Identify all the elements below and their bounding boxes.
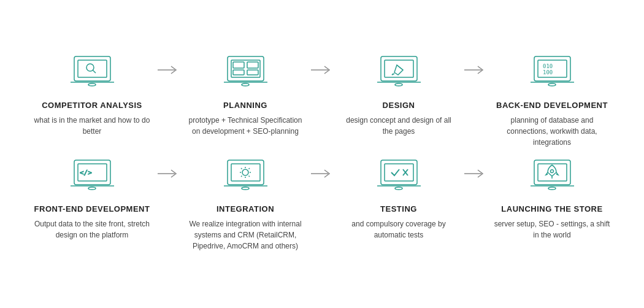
step-design: DESIGN design concept and design of all … <box>340 50 457 137</box>
svg-rect-41 <box>385 164 413 181</box>
svg-rect-12 <box>247 62 258 68</box>
svg-point-25 <box>548 83 556 86</box>
svg-point-10 <box>242 83 249 86</box>
svg-rect-13 <box>233 70 244 75</box>
arrow-3-4 <box>457 50 494 76</box>
step-backend: 010 100 BACK-END DEVELOPMENT planning of… <box>494 50 610 148</box>
icon-design-laptop <box>374 50 423 93</box>
step-integration-desc: We realize integration with internal sys… <box>187 218 304 252</box>
step-frontend-title: FRONT-END DEVELOPMENT <box>34 204 150 214</box>
svg-point-31 <box>88 187 96 190</box>
svg-point-43 <box>395 187 402 190</box>
icon-tags-laptop: </> <box>67 154 117 197</box>
process-row-2: </> FRONT-END DEVELOPMENT Output data to… <box>28 154 616 252</box>
icon-rocket-laptop <box>527 154 577 197</box>
icon-code-laptop: 010 100 <box>527 50 577 93</box>
step-launching-desc: server setup, SEO - settings, a shift in… <box>494 218 610 241</box>
step-planning: PLANNING prototype + Technical Specifica… <box>187 50 304 137</box>
arrow-5-6 <box>150 154 187 180</box>
step-planning-desc: prototype + Technical Specification on d… <box>187 115 304 137</box>
svg-point-51 <box>550 170 553 173</box>
svg-text:010: 010 <box>543 63 553 69</box>
svg-text:100: 100 <box>543 69 553 75</box>
svg-rect-17 <box>385 60 413 77</box>
step-integration: INTEGRATION We realize integration with … <box>187 154 304 252</box>
process-row-1: COMPETITOR ANALYSIS what is in the marke… <box>28 50 616 148</box>
svg-line-5 <box>93 70 96 73</box>
step-launching-title: LAUNCHING THE STORE <box>501 204 602 214</box>
step-launching: LAUNCHING THE STORE server setup, SEO - … <box>494 154 610 241</box>
svg-point-19 <box>395 83 402 86</box>
step-testing-title: TESTING <box>380 204 417 214</box>
step-backend-title: BACK-END DEVELOPMENT <box>496 101 608 110</box>
main-container: COMPETITOR ANALYSIS what is in the marke… <box>15 44 629 264</box>
svg-point-3 <box>88 83 96 86</box>
svg-point-37 <box>242 187 249 190</box>
svg-rect-35 <box>231 164 260 181</box>
svg-point-4 <box>86 64 94 71</box>
icon-gear-laptop <box>221 154 270 197</box>
svg-line-20 <box>397 65 403 70</box>
step-competitor-analysis: COMPETITOR ANALYSIS what is in the marke… <box>34 50 150 137</box>
step-integration-title: INTEGRATION <box>217 204 274 214</box>
step-frontend-desc: Output data to the site front, stretch d… <box>34 218 150 241</box>
step-design-title: DESIGN <box>383 101 415 110</box>
step-competitor-analysis-title: COMPETITOR ANALYSIS <box>42 101 142 110</box>
step-backend-desc: planning of database and connections, wo… <box>494 115 610 148</box>
arrow-1-2 <box>150 50 187 76</box>
arrow-7-8 <box>457 154 494 180</box>
svg-point-50 <box>548 187 556 190</box>
icon-search-laptop <box>67 50 117 93</box>
step-competitor-analysis-desc: what is in the market and how to do bett… <box>34 115 150 137</box>
svg-point-38 <box>242 169 248 175</box>
arrow-2-3 <box>304 50 340 76</box>
arrow-6-7 <box>304 154 340 180</box>
svg-rect-11 <box>233 62 244 68</box>
svg-rect-14 <box>247 70 258 75</box>
step-testing: TESTING and compulsory coverage by autom… <box>340 154 457 241</box>
icon-layout-laptop <box>221 50 270 93</box>
step-frontend: </> FRONT-END DEVELOPMENT Output data to… <box>34 154 150 241</box>
svg-text:</>: </> <box>80 169 92 177</box>
icon-check-laptop <box>374 154 423 197</box>
svg-rect-1 <box>78 60 107 77</box>
step-testing-desc: and compulsory coverage by automatic tes… <box>340 218 457 241</box>
step-planning-title: PLANNING <box>223 101 267 110</box>
step-design-desc: design concept and design of all the pag… <box>340 115 457 137</box>
